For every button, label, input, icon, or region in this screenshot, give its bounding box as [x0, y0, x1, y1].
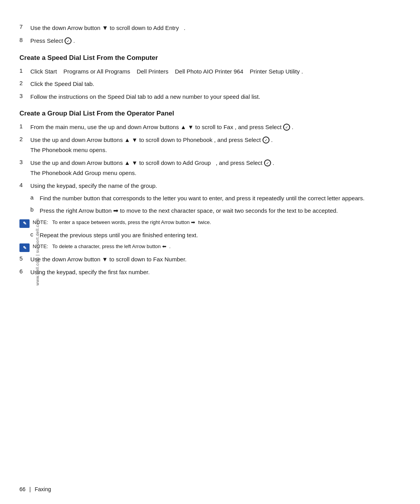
speed-step-3: 3 Follow the instructions on the Speed D…: [19, 93, 397, 102]
group-dial-operator-section: Create a Group Dial List From the Operat…: [19, 110, 397, 276]
substep-c: c Repeat the previous steps until you ar…: [30, 231, 397, 240]
arrow-right-icon: ➡: [113, 207, 118, 214]
step-7: 7 Use the down Arrow button ▼ to scroll …: [19, 23, 397, 33]
select-icon-2: ✓: [262, 136, 270, 144]
arrow-down-icon5: ▼: [102, 256, 108, 262]
group-step-3-text: Use the up and down Arrow buttons ▲ ▼ to…: [30, 159, 397, 178]
group-dial-operator-heading: Create a Group Dial List From the Operat…: [19, 110, 397, 117]
substep-b: b Press the right Arrow button ➡ to move…: [30, 206, 397, 215]
group-step-5: 5 Use the down Arrow button ▼ to scroll …: [19, 255, 397, 264]
step-7-num: 7: [19, 23, 30, 30]
group-step-4: 4 Using the keypad, specify the name of …: [19, 182, 397, 191]
group-step-5-text: Use the down Arrow button ▼ to scroll do…: [30, 255, 397, 264]
phonebook-add-group-note: The Phonebook Add Group menu opens.: [30, 169, 397, 178]
select-icon-3: ✓: [264, 159, 271, 166]
step-8-num: 8: [19, 37, 30, 43]
main-content: 7 Use the down Arrow button ▼ to scroll …: [19, 23, 397, 276]
speed-step-2-num: 2: [19, 80, 30, 86]
group-step-3: 3 Use the up and down Arrow buttons ▲ ▼ …: [19, 159, 397, 178]
arrow-up-icon: ▲: [180, 124, 186, 130]
arrow-down-icon2: ▼: [188, 124, 194, 130]
arrow-down-icon3: ▼: [132, 136, 138, 143]
note-2: ✎ NOTE: To delete a character, press the…: [19, 243, 397, 252]
sidebar-text: www.dell.com | support.dell.com: [35, 219, 40, 285]
group-step-2-num: 2: [19, 136, 30, 142]
speed-step-1-num: 1: [19, 67, 30, 74]
arrow-down-icon4: ▼: [132, 159, 138, 166]
speed-step-2: 2 Click the Speed Dial tab.: [19, 80, 397, 89]
group-step-4-text: Using the keypad, specify the name of th…: [30, 182, 397, 191]
group-step-6-text: Using the keypad, specify the first fax …: [30, 268, 397, 277]
speed-step-3-text: Follow the instructions on the Speed Dia…: [30, 93, 397, 102]
arrow-up-icon3: ▲: [124, 159, 130, 166]
speed-dial-computer-heading: Create a Speed Dial List From the Comput…: [19, 54, 397, 62]
speed-step-1-text: Click Start Programs or All Programs Del…: [30, 67, 397, 76]
step-7-text: Use the down Arrow button ▼ to scroll do…: [30, 23, 397, 33]
arrow-up-icon2: ▲: [124, 136, 130, 143]
top-steps-section: 7 Use the down Arrow button ▼ to scroll …: [19, 23, 397, 46]
speed-dial-computer-section: Create a Speed Dial List From the Comput…: [19, 54, 397, 102]
substep-a-text: Find the number button that corresponds …: [40, 194, 397, 203]
substep-b-text: Press the right Arrow button ➡ to move t…: [40, 206, 397, 215]
group-step-1-text: From the main menu, use the up and down …: [30, 123, 397, 132]
footer-separator: |: [30, 486, 31, 492]
group-step-6-num: 6: [19, 268, 30, 275]
group-step-1-num: 1: [19, 123, 30, 130]
speed-step-3-num: 3: [19, 93, 30, 99]
note-1: ✎ NOTE: To enter a space between words, …: [19, 219, 397, 228]
group-step-5-num: 5: [19, 255, 30, 262]
group-step-6: 6 Using the keypad, specify the first fa…: [19, 268, 397, 277]
note-icon-2: ✎: [19, 243, 30, 252]
note-icon-1: ✎: [19, 219, 30, 228]
select-icon: ✓: [65, 37, 72, 44]
arrow-right-icon2: ➡: [191, 219, 195, 225]
group-step-2-text: Use the up and down Arrow buttons ▲ ▼ to…: [30, 136, 397, 155]
note-2-text: NOTE: To delete a character, press the l…: [33, 243, 171, 250]
group-step-1: 1 From the main menu, use the up and dow…: [19, 123, 397, 132]
arrow-down-icon: ▼: [102, 24, 108, 31]
step-8: 8 Press Select ✓ .: [19, 37, 397, 46]
speed-step-2-text: Click the Speed Dial tab.: [30, 80, 397, 89]
substep-a: a Find the number button that correspond…: [30, 194, 397, 203]
group-step-3-num: 3: [19, 159, 30, 165]
substep-c-text: Repeat the previous steps until you are …: [40, 231, 397, 240]
select-icon-1: ✓: [283, 124, 290, 131]
step-8-text: Press Select ✓ .: [30, 37, 397, 46]
phonebook-note: The Phonebook menu opens.: [30, 146, 397, 155]
arrow-left-icon: ⬅: [162, 243, 166, 249]
footer-section: Faxing: [35, 486, 51, 492]
substep-a-letter: a: [30, 194, 40, 201]
page-footer: 66 | Faxing: [19, 486, 51, 492]
speed-step-1: 1 Click Start Programs or All Programs D…: [19, 67, 397, 76]
substep-b-letter: b: [30, 206, 40, 213]
group-step-4-num: 4: [19, 182, 30, 188]
group-step-2: 2 Use the up and down Arrow buttons ▲ ▼ …: [19, 136, 397, 155]
footer-page-num: 66: [19, 486, 26, 492]
note-1-text: NOTE: To enter a space between words, pr…: [33, 219, 211, 226]
